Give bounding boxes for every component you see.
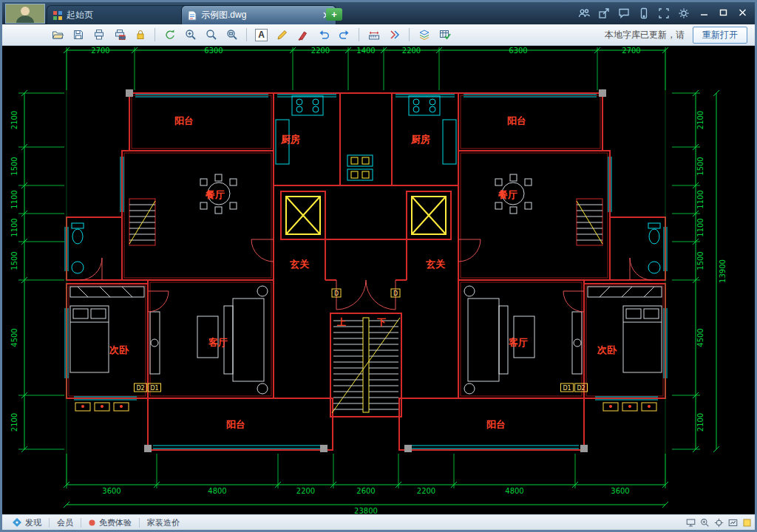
discover-icon	[13, 518, 21, 527]
dimension-label: 1500	[10, 157, 18, 175]
brush-icon	[297, 29, 309, 41]
statusbar: 发现 会员 免费体验 家装造价	[2, 514, 755, 530]
rotate-button[interactable]	[160, 27, 179, 44]
free-trial-icon	[89, 519, 95, 526]
statusbar-label: 发现	[25, 517, 41, 528]
statusbar-item-free-trial[interactable]: 免费体验	[81, 517, 139, 528]
floor-plan-svg: 3600480022002600220048003600238002100150…	[2, 46, 755, 514]
layers-button[interactable]	[415, 27, 433, 44]
room-label: 客厅	[208, 337, 228, 348]
dimension-label: 4500	[696, 328, 705, 347]
save-icon	[72, 29, 84, 41]
zoom-window-button[interactable]	[223, 27, 241, 44]
zoom-tool-button[interactable]	[700, 518, 710, 528]
measure-continuous-button[interactable]	[385, 27, 404, 44]
dimension-label: 6300	[204, 47, 223, 55]
room-label: 餐厅	[205, 189, 225, 200]
dimension-label: 3600	[102, 487, 120, 495]
mobile-icon[interactable]	[638, 7, 650, 19]
maximize-button[interactable]	[713, 6, 733, 19]
statusbar-item-membership[interactable]: 会员	[50, 517, 81, 528]
room-label: 阳台	[174, 115, 194, 126]
wardrobe-symbol	[70, 287, 144, 297]
redo-button[interactable]	[335, 27, 353, 44]
statusbar-label: 会员	[57, 517, 73, 528]
dimension-label: 4500	[10, 328, 18, 347]
start-page-icon	[53, 11, 62, 20]
side-stair-symbol	[129, 199, 155, 245]
toolbar: PDF A 本地字库已更新，请 重新打开	[2, 24, 755, 46]
open-icon	[52, 29, 64, 41]
rotate-icon	[164, 29, 176, 41]
crosshair-button[interactable]	[714, 518, 724, 528]
titlebar-tools	[578, 7, 690, 19]
room-label: 厨房	[280, 134, 300, 145]
dimension-label: 2100	[696, 111, 705, 129]
zoom-window-icon	[226, 29, 238, 41]
tab-drawing[interactable]: 示例图.dwg	[181, 5, 336, 24]
window-controls	[694, 6, 752, 19]
users-icon[interactable]	[578, 7, 590, 19]
statusbar-item-decoration-cost[interactable]: 家装造价	[140, 517, 187, 528]
stair-direction-label: 下	[376, 317, 386, 327]
font-update-notice: 本地字库已更新，请	[605, 29, 685, 41]
table-check-button[interactable]	[435, 27, 454, 44]
stair-direction-label: 上	[336, 317, 346, 327]
dimension-label: 2700	[91, 47, 109, 55]
dimension-label: 2700	[622, 47, 640, 55]
drawing-canvas[interactable]: 3600480022002600220048003600238002100150…	[2, 46, 755, 514]
user-avatar[interactable]	[5, 4, 45, 24]
layers-icon	[418, 29, 430, 41]
tv-cabinet-symbol	[150, 312, 160, 374]
room-label: 阳台	[486, 419, 506, 430]
measure-length-button[interactable]	[364, 27, 383, 44]
text-tool-button[interactable]: A	[252, 27, 271, 44]
resize-grip[interactable]	[742, 518, 752, 528]
dimension-label: 2200	[417, 487, 435, 495]
tab-label: 示例图.dwg	[201, 9, 246, 21]
resize-grip-icon	[743, 519, 751, 527]
entry-door-swings	[336, 280, 396, 310]
pdf-export-button[interactable]: PDF	[110, 27, 129, 44]
reopen-button[interactable]: 重新打开	[693, 27, 747, 44]
open-button[interactable]	[48, 27, 67, 44]
door-tag-label: D2	[577, 385, 585, 392]
undo-button[interactable]	[314, 27, 333, 44]
new-tab-button[interactable]: +	[326, 8, 342, 21]
display-mode-button[interactable]	[728, 518, 738, 528]
dimension-label: 1100	[10, 190, 18, 208]
lock-icon	[135, 29, 146, 41]
zoom-extents-button[interactable]	[202, 27, 220, 44]
tab-label: 起始页	[67, 9, 93, 21]
room-label: 阳台	[507, 115, 526, 126]
pencil-button[interactable]	[273, 27, 291, 44]
settings-icon[interactable]	[678, 7, 690, 19]
room-label: 客厅	[508, 337, 528, 348]
svg-text:PDF: PDF	[118, 36, 125, 40]
save-button[interactable]	[69, 27, 87, 44]
dimension-label: 2200	[402, 47, 421, 55]
lock-button[interactable]	[131, 27, 149, 44]
chat-icon[interactable]	[618, 7, 630, 19]
print-button[interactable]	[89, 27, 108, 44]
zoom-in-button[interactable]	[181, 27, 200, 44]
avatar-image	[6, 4, 44, 23]
dimension-label: 2100	[10, 413, 18, 432]
door-tag-label: D	[334, 290, 339, 297]
close-button[interactable]	[733, 6, 752, 19]
fit-screen-icon	[686, 518, 696, 528]
print-icon	[93, 29, 105, 41]
share-icon[interactable]	[598, 7, 610, 19]
table-check-icon	[439, 29, 451, 41]
statusbar-item-discover[interactable]: 发现	[5, 517, 49, 528]
fit-screen-button[interactable]	[686, 518, 696, 528]
measure-length-icon	[368, 29, 380, 41]
room-label: 厨房	[410, 134, 430, 145]
room-label: 次卧	[109, 344, 129, 355]
tab-start-page[interactable]: 起始页	[47, 5, 191, 24]
pencil-icon	[276, 29, 288, 41]
minimize-button[interactable]	[694, 6, 713, 19]
brush-button[interactable]	[293, 27, 312, 44]
display-mode-icon	[728, 518, 738, 528]
fullscreen-icon[interactable]	[658, 7, 670, 19]
